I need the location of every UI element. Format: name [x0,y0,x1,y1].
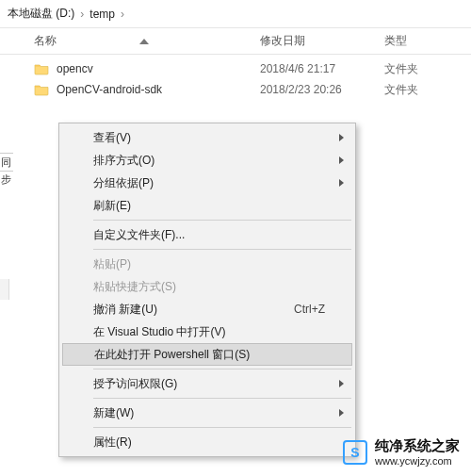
menu-item-label: 新建(W) [93,405,134,421]
file-row[interactable]: opencv2018/4/6 21:17文件夹 [0,58,471,79]
file-date: 2018/4/6 21:17 [260,62,384,75]
menu-separator [93,249,351,250]
watermark: S 纯净系统之家 www.ycwjzy.com [343,437,460,467]
sort-ascending-icon [139,39,149,44]
menu-item-label: 查看(V) [93,130,131,146]
breadcrumb-part-1[interactable]: temp [89,8,115,21]
menu-item[interactable]: 在此处打开 Powershell 窗口(S) [62,343,352,366]
menu-item-label: 粘贴(P) [93,256,131,272]
menu-item-label: 在 Visual Studio 中打开(V) [93,324,226,340]
menu-item-shortcut: Ctrl+Z [294,303,325,316]
file-row[interactable]: OpenCV-android-sdk2018/2/23 20:26文件夹 [0,79,471,100]
breadcrumb-separator: › [121,8,124,21]
breadcrumb-part-0[interactable]: 本地磁盘 (D:) [8,6,74,22]
file-type: 文件夹 [384,82,471,98]
menu-item[interactable]: 撤消 新建(U)Ctrl+Z [61,298,353,320]
column-header-type[interactable]: 类型 [384,33,471,49]
menu-item[interactable]: 排序方式(O) [61,149,353,172]
menu-item[interactable]: 属性(R) [61,431,353,453]
chevron-right-icon [339,409,344,417]
column-header-name-label: 名称 [34,33,57,49]
watermark-url: www.ycwjzy.com [375,455,460,467]
menu-separator [93,427,351,428]
chevron-right-icon [339,156,344,164]
folder-icon [34,83,49,96]
file-name: OpenCV-android-sdk [57,83,162,96]
menu-item[interactable]: 刷新(E) [61,194,353,217]
menu-item-label: 分组依据(P) [93,175,154,191]
menu-item[interactable]: 授予访问权限(G) [61,372,353,395]
column-header-name[interactable]: 名称 [0,33,260,49]
menu-item-label: 排序方式(O) [93,153,154,169]
menu-item: 粘贴快捷方式(S) [61,275,353,298]
file-type: 文件夹 [384,61,471,77]
file-list[interactable]: opencv2018/4/6 21:17文件夹OpenCV-android-sd… [0,55,471,104]
menu-item-label: 自定义文件夹(F)... [93,227,185,243]
breadcrumb-separator: › [80,8,84,21]
folder-icon [34,62,49,75]
menu-item-label: 在此处打开 Powershell 窗口(S) [94,347,250,363]
menu-item[interactable]: 分组依据(P) [61,172,353,194]
menu-separator [93,398,351,399]
menu-item[interactable]: 自定义文件夹(F)... [61,223,353,246]
chevron-right-icon [339,134,344,141]
watermark-logo-icon: S [343,440,367,465]
chevron-right-icon [339,179,344,187]
menu-item[interactable]: 新建(W) [61,402,353,424]
menu-item-label: 授予访问权限(G) [93,376,177,392]
file-name: opencv [57,62,93,75]
left-pane-fragment [0,279,9,300]
menu-item[interactable]: 在 Visual Studio 中打开(V) [61,320,353,343]
menu-item-label: 撤消 新建(U) [93,302,157,318]
column-header-date[interactable]: 修改日期 [260,33,384,49]
menu-separator [93,369,351,369]
menu-item-label: 粘贴快捷方式(S) [93,279,176,295]
watermark-title: 纯净系统之家 [375,437,460,455]
left-pane-fragment: 同步 [0,153,13,172]
column-headers: 名称 修改日期 类型 [0,28,471,55]
context-menu[interactable]: 查看(V)排序方式(O)分组依据(P)刷新(E)自定义文件夹(F)...粘贴(P… [58,123,356,457]
menu-item-label: 属性(R) [93,435,132,451]
file-date: 2018/2/23 20:26 [260,83,384,96]
menu-item: 粘贴(P) [61,253,353,275]
breadcrumb[interactable]: 本地磁盘 (D:) › temp › [0,0,471,28]
menu-item[interactable]: 查看(V) [61,126,353,149]
menu-separator [93,220,351,221]
menu-item-label: 刷新(E) [93,198,131,214]
chevron-right-icon [339,380,344,387]
